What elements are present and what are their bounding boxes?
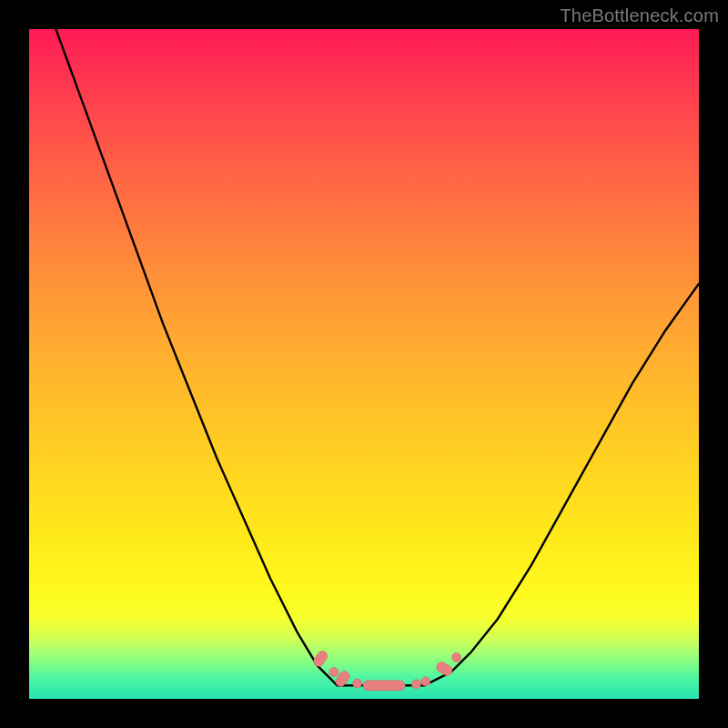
curve-group bbox=[56, 29, 699, 685]
marker-lozenge bbox=[435, 661, 454, 678]
marker-lozenge bbox=[311, 649, 329, 668]
marker-lozenge bbox=[363, 681, 405, 691]
outer-frame: TheBottleneck.com bbox=[0, 0, 728, 728]
plot-area bbox=[29, 29, 699, 699]
watermark-text: TheBottleneck.com bbox=[560, 5, 719, 26]
curve-left-branch bbox=[56, 29, 343, 685]
marker-group bbox=[311, 649, 460, 690]
marker-dot bbox=[411, 680, 420, 689]
marker-dot bbox=[353, 679, 362, 688]
marker-dot bbox=[421, 677, 430, 686]
marker-dot bbox=[329, 668, 339, 677]
marker-dot bbox=[452, 652, 461, 662]
chart-svg bbox=[29, 29, 699, 699]
curve-right-branch bbox=[424, 284, 699, 686]
